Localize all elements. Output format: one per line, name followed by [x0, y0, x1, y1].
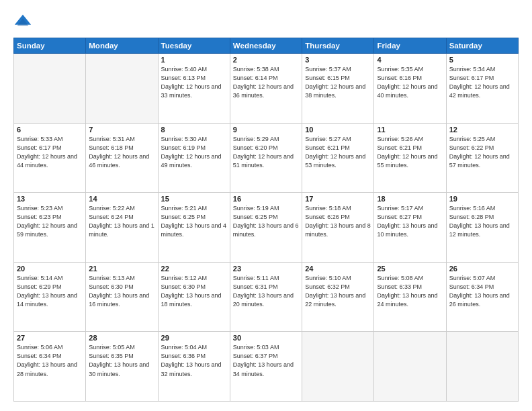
day-info: Sunrise: 5:12 AM Sunset: 6:30 PM Dayligh…: [161, 274, 227, 309]
day-info: Sunrise: 5:40 AM Sunset: 6:13 PM Dayligh…: [161, 65, 227, 100]
calendar-cell: 18Sunrise: 5:17 AM Sunset: 6:27 PM Dayli…: [374, 193, 446, 263]
weekday-header-saturday: Saturday: [446, 38, 518, 54]
week-row-2: 6Sunrise: 5:33 AM Sunset: 6:17 PM Daylig…: [14, 123, 519, 193]
calendar-cell: 27Sunrise: 5:06 AM Sunset: 6:34 PM Dayli…: [14, 332, 86, 402]
day-number: 20: [17, 265, 83, 273]
day-info: Sunrise: 5:14 AM Sunset: 6:29 PM Dayligh…: [17, 274, 83, 309]
weekday-header-monday: Monday: [86, 38, 158, 54]
calendar-cell: 26Sunrise: 5:07 AM Sunset: 6:34 PM Dayli…: [446, 262, 518, 332]
day-info: Sunrise: 5:23 AM Sunset: 6:23 PM Dayligh…: [17, 204, 83, 239]
day-number: 16: [233, 195, 299, 203]
day-number: 14: [89, 195, 154, 203]
day-info: Sunrise: 5:08 AM Sunset: 6:33 PM Dayligh…: [377, 274, 443, 309]
calendar-cell: 7Sunrise: 5:31 AM Sunset: 6:18 PM Daylig…: [86, 123, 158, 193]
day-number: 18: [377, 195, 443, 203]
week-row-1: 1Sunrise: 5:40 AM Sunset: 6:13 PM Daylig…: [14, 54, 519, 124]
calendar-cell: 17Sunrise: 5:18 AM Sunset: 6:26 PM Dayli…: [302, 193, 374, 263]
week-row-3: 13Sunrise: 5:23 AM Sunset: 6:23 PM Dayli…: [14, 193, 519, 263]
day-info: Sunrise: 5:31 AM Sunset: 6:18 PM Dayligh…: [89, 135, 154, 170]
weekday-header-wednesday: Wednesday: [230, 38, 302, 54]
page: SundayMondayTuesdayWednesdayThursdayFrid…: [0, 0, 532, 411]
weekday-header-sunday: Sunday: [14, 38, 86, 54]
day-number: 22: [161, 265, 227, 273]
calendar-cell: 22Sunrise: 5:12 AM Sunset: 6:30 PM Dayli…: [158, 262, 230, 332]
logo-icon: [13, 12, 32, 31]
calendar-cell: [86, 54, 158, 124]
calendar-cell: 5Sunrise: 5:34 AM Sunset: 6:17 PM Daylig…: [446, 54, 518, 124]
calendar-cell: 13Sunrise: 5:23 AM Sunset: 6:23 PM Dayli…: [14, 193, 86, 263]
day-info: Sunrise: 5:17 AM Sunset: 6:27 PM Dayligh…: [377, 204, 443, 239]
week-row-5: 27Sunrise: 5:06 AM Sunset: 6:34 PM Dayli…: [14, 332, 519, 402]
day-info: Sunrise: 5:33 AM Sunset: 6:17 PM Dayligh…: [17, 135, 83, 170]
day-number: 4: [377, 56, 443, 64]
calendar-cell: 25Sunrise: 5:08 AM Sunset: 6:33 PM Dayli…: [374, 262, 446, 332]
day-number: 5: [449, 56, 515, 64]
calendar-cell: 12Sunrise: 5:25 AM Sunset: 6:22 PM Dayli…: [446, 123, 518, 193]
day-number: 3: [305, 56, 371, 64]
calendar-cell: 29Sunrise: 5:04 AM Sunset: 6:36 PM Dayli…: [158, 332, 230, 402]
day-info: Sunrise: 5:06 AM Sunset: 6:34 PM Dayligh…: [17, 343, 83, 378]
day-number: 2: [233, 56, 299, 64]
calendar-cell: 28Sunrise: 5:05 AM Sunset: 6:35 PM Dayli…: [86, 332, 158, 402]
day-info: Sunrise: 5:37 AM Sunset: 6:15 PM Dayligh…: [305, 65, 371, 100]
calendar-cell: 2Sunrise: 5:38 AM Sunset: 6:14 PM Daylig…: [230, 54, 302, 124]
day-info: Sunrise: 5:05 AM Sunset: 6:35 PM Dayligh…: [89, 343, 154, 378]
calendar-cell: 8Sunrise: 5:30 AM Sunset: 6:19 PM Daylig…: [158, 123, 230, 193]
day-number: 7: [89, 126, 154, 134]
weekday-header-tuesday: Tuesday: [158, 38, 230, 54]
day-number: 30: [233, 334, 299, 342]
day-number: 12: [449, 126, 515, 134]
day-number: 26: [449, 265, 515, 273]
calendar-cell: 9Sunrise: 5:29 AM Sunset: 6:20 PM Daylig…: [230, 123, 302, 193]
day-info: Sunrise: 5:30 AM Sunset: 6:19 PM Dayligh…: [161, 135, 227, 170]
calendar-cell: [374, 332, 446, 402]
calendar-cell: 21Sunrise: 5:13 AM Sunset: 6:30 PM Dayli…: [86, 262, 158, 332]
weekday-header-row: SundayMondayTuesdayWednesdayThursdayFrid…: [14, 38, 519, 54]
calendar-cell: [14, 54, 86, 124]
calendar-cell: 4Sunrise: 5:35 AM Sunset: 6:16 PM Daylig…: [374, 54, 446, 124]
day-number: 21: [89, 265, 154, 273]
calendar-cell: 24Sunrise: 5:10 AM Sunset: 6:32 PM Dayli…: [302, 262, 374, 332]
day-number: 29: [161, 334, 227, 342]
day-info: Sunrise: 5:26 AM Sunset: 6:21 PM Dayligh…: [377, 135, 443, 170]
day-info: Sunrise: 5:16 AM Sunset: 6:28 PM Dayligh…: [449, 204, 515, 239]
calendar-cell: 1Sunrise: 5:40 AM Sunset: 6:13 PM Daylig…: [158, 54, 230, 124]
calendar-cell: 30Sunrise: 5:03 AM Sunset: 6:37 PM Dayli…: [230, 332, 302, 402]
calendar-cell: 20Sunrise: 5:14 AM Sunset: 6:29 PM Dayli…: [14, 262, 86, 332]
day-number: 27: [17, 334, 83, 342]
day-number: 28: [89, 334, 154, 342]
day-info: Sunrise: 5:04 AM Sunset: 6:36 PM Dayligh…: [161, 343, 227, 378]
day-number: 11: [377, 126, 443, 134]
calendar-cell: 11Sunrise: 5:26 AM Sunset: 6:21 PM Dayli…: [374, 123, 446, 193]
day-info: Sunrise: 5:34 AM Sunset: 6:17 PM Dayligh…: [449, 65, 515, 100]
day-number: 13: [17, 195, 83, 203]
day-info: Sunrise: 5:07 AM Sunset: 6:34 PM Dayligh…: [449, 274, 515, 309]
day-number: 19: [449, 195, 515, 203]
day-info: Sunrise: 5:21 AM Sunset: 6:25 PM Dayligh…: [161, 204, 227, 239]
day-number: 1: [161, 56, 227, 64]
day-info: Sunrise: 5:03 AM Sunset: 6:37 PM Dayligh…: [233, 343, 299, 378]
day-info: Sunrise: 5:22 AM Sunset: 6:24 PM Dayligh…: [89, 204, 154, 239]
calendar-cell: [446, 332, 518, 402]
day-info: Sunrise: 5:11 AM Sunset: 6:31 PM Dayligh…: [233, 274, 299, 309]
day-number: 15: [161, 195, 227, 203]
day-info: Sunrise: 5:25 AM Sunset: 6:22 PM Dayligh…: [449, 135, 515, 170]
logo: [13, 12, 35, 31]
calendar-cell: 14Sunrise: 5:22 AM Sunset: 6:24 PM Dayli…: [86, 193, 158, 263]
calendar-cell: 16Sunrise: 5:19 AM Sunset: 6:25 PM Dayli…: [230, 193, 302, 263]
calendar-cell: 3Sunrise: 5:37 AM Sunset: 6:15 PM Daylig…: [302, 54, 374, 124]
day-number: 10: [305, 126, 371, 134]
day-info: Sunrise: 5:38 AM Sunset: 6:14 PM Dayligh…: [233, 65, 299, 100]
calendar-table: SundayMondayTuesdayWednesdayThursdayFrid…: [13, 38, 519, 402]
calendar-cell: 23Sunrise: 5:11 AM Sunset: 6:31 PM Dayli…: [230, 262, 302, 332]
day-number: 17: [305, 195, 371, 203]
day-number: 8: [161, 126, 227, 134]
weekday-header-friday: Friday: [374, 38, 446, 54]
day-number: 25: [377, 265, 443, 273]
day-info: Sunrise: 5:13 AM Sunset: 6:30 PM Dayligh…: [89, 274, 154, 309]
day-info: Sunrise: 5:18 AM Sunset: 6:26 PM Dayligh…: [305, 204, 371, 239]
calendar-cell: 6Sunrise: 5:33 AM Sunset: 6:17 PM Daylig…: [14, 123, 86, 193]
calendar-cell: [302, 332, 374, 402]
day-number: 9: [233, 126, 299, 134]
day-info: Sunrise: 5:27 AM Sunset: 6:21 PM Dayligh…: [305, 135, 371, 170]
